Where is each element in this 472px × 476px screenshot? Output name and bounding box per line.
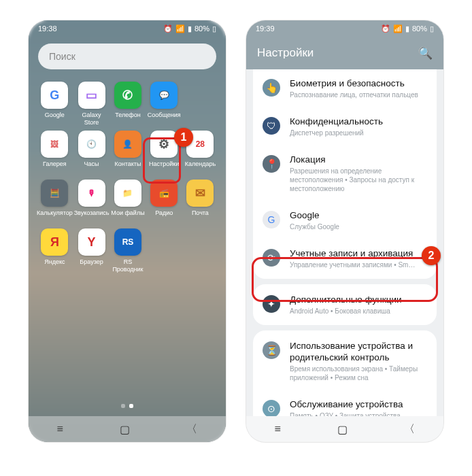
search-input[interactable]: Поиск: [38, 44, 216, 69]
app-grid: GGoogle▭Galaxy Store✆Телефон💬Сообщения🖼Г…: [37, 82, 218, 273]
settings-row[interactable]: 🛡КонфиденциальностьДиспетчер разрешений: [253, 107, 437, 146]
app-label: Яндекс: [44, 258, 65, 273]
app-label: Google: [45, 112, 65, 126]
status-battery: 80%: [412, 24, 427, 33]
row-icon: 🛡: [263, 117, 280, 135]
app-icon: RS: [114, 228, 141, 256]
row-subtitle: Распознавание лица, отпечатки пальцев: [290, 90, 427, 99]
nav-home-icon[interactable]: ▢: [120, 423, 130, 436]
app-label: Контакты: [115, 160, 141, 175]
settings-row[interactable]: GGoogleСлужбы Google: [253, 201, 437, 239]
app-мои-файлы[interactable]: 📁Мои файлы: [110, 180, 145, 224]
settings-group: ⏳Использование устройства и родительский…: [253, 330, 437, 416]
callout-badge-2: 2: [422, 246, 441, 265]
nav-back-icon[interactable]: 〈: [186, 422, 197, 437]
row-icon: ⏳: [263, 341, 280, 359]
row-icon: 📍: [263, 155, 280, 173]
row-subtitle: Android Auto • Боковая клавиша: [290, 307, 427, 316]
row-title: Локация: [290, 154, 427, 165]
row-subtitle: Память • ОЗУ • Защита устройства: [290, 411, 427, 416]
nav-recents-icon[interactable]: ≡: [275, 423, 281, 435]
status-bar: 19:39 ⏰ 📶 ▮ 80% ▯: [246, 20, 443, 37]
app-icon: 📻: [150, 180, 178, 207]
app-icon: 💬: [150, 82, 178, 109]
callout-badge-1: 1: [174, 128, 193, 147]
row-icon: 👆: [263, 79, 280, 97]
settings-group: 👆Биометрия и безопасностьРаспознавание л…: [253, 69, 437, 279]
app-icon: 👤: [114, 131, 141, 158]
nav-home-icon[interactable]: ▢: [337, 423, 348, 436]
app-icon: 🕙: [78, 131, 105, 158]
settings-row[interactable]: 📍ЛокацияРазрешения на определение местоп…: [253, 146, 437, 201]
app-звукозапись[interactable]: 🎙Звукозапись: [74, 180, 109, 224]
app-почта[interactable]: ✉Почта: [183, 180, 218, 224]
row-subtitle: Диспетчер разрешений: [290, 129, 427, 137]
phone-settings: 19:39 ⏰ 📶 ▮ 80% ▯ Настройки 🔍 👆Биометрия…: [246, 20, 443, 442]
status-battery: 80%: [195, 24, 209, 33]
app-label: Галерея: [43, 160, 67, 175]
wifi-icon: 📶: [393, 24, 403, 33]
nav-bar: ≡ ▢ 〈: [29, 416, 226, 442]
app-label: Радио: [155, 209, 173, 224]
app-google[interactable]: GGoogle: [37, 82, 73, 126]
app-label: Календарь: [185, 160, 216, 175]
app-icon: 🖼: [41, 131, 68, 158]
app-калькулятор[interactable]: 🧮Калькулятор: [37, 180, 73, 224]
row-subtitle: Время использования экрана • Таймеры при…: [290, 364, 427, 382]
settings-row[interactable]: ⏳Использование устройства и родительский…: [253, 332, 437, 390]
callout-box-2: [252, 257, 438, 302]
row-icon: ⊙: [263, 400, 280, 416]
app-галерея[interactable]: 🖼Галерея: [37, 131, 73, 175]
app-label: Мои файлы: [111, 209, 144, 224]
app-сообщения[interactable]: 💬Сообщения: [147, 82, 182, 126]
app-label: Почта: [192, 209, 209, 224]
app-icon: 🎙: [78, 180, 105, 207]
app-icon: ✉: [186, 180, 214, 207]
settings-header: Настройки 🔍: [246, 37, 443, 69]
app-часы[interactable]: 🕙Часы: [74, 131, 109, 175]
app-label: Звукозапись: [74, 209, 109, 224]
row-title: Биометрия и безопасность: [290, 78, 427, 89]
status-time: 19:39: [256, 24, 275, 33]
nav-recents-icon[interactable]: ≡: [57, 423, 63, 435]
app-label: Телефон: [115, 112, 140, 126]
row-subtitle: Службы Google: [290, 222, 427, 231]
row-title: Обслуживание устройства: [290, 398, 427, 410]
callout-box-1: [143, 137, 181, 184]
app-rs-проводник[interactable]: RSRS Проводник: [110, 228, 145, 273]
app-galaxy-store[interactable]: ▭Galaxy Store: [74, 82, 109, 126]
row-text: ЛокацияРазрешения на определение местопо…: [290, 154, 427, 193]
battery-icon: ▯: [212, 24, 216, 33]
settings-row[interactable]: ⊙Обслуживание устройстваПамять • ОЗУ • З…: [253, 390, 437, 416]
page-indicator[interactable]: [29, 404, 226, 408]
app-label: Калькулятор: [37, 209, 73, 224]
row-title: Конфиденциальность: [290, 116, 427, 127]
app-яндекс[interactable]: ЯЯндекс: [37, 228, 73, 273]
signal-icon: ▮: [188, 24, 192, 33]
search-icon[interactable]: 🔍: [418, 46, 433, 61]
nav-bar: ≡ ▢ 〈: [246, 416, 443, 442]
row-subtitle: Разрешения на определение местоположения…: [290, 167, 427, 193]
wifi-icon: 📶: [175, 24, 185, 33]
status-bar: 19:38 ⏰ 📶 ▮ 80% ▯: [29, 20, 226, 37]
app-icon: 📁: [114, 180, 141, 207]
settings-list[interactable]: 👆Биометрия и безопасностьРаспознавание л…: [246, 69, 443, 416]
row-icon: G: [263, 211, 280, 228]
app-радио[interactable]: 📻Радио: [147, 180, 182, 224]
app-icon: ✆: [114, 82, 141, 109]
row-text: КонфиденциальностьДиспетчер разрешений: [290, 116, 427, 137]
app-label: RS Проводник: [110, 258, 145, 273]
app-label: Galaxy Store: [74, 112, 109, 126]
app-контакты[interactable]: 👤Контакты: [110, 131, 145, 175]
status-time: 19:38: [38, 24, 57, 33]
row-text: Использование устройства и родительский …: [290, 340, 427, 382]
app-icon: G: [41, 82, 68, 109]
nav-back-icon[interactable]: 〈: [404, 422, 415, 437]
app-empty: [183, 82, 218, 126]
battery-icon: ▯: [430, 24, 434, 33]
app-браузер[interactable]: YБраузер: [74, 228, 109, 273]
row-text: GoogleСлужбы Google: [290, 209, 427, 231]
app-телефон[interactable]: ✆Телефон: [110, 82, 145, 126]
settings-row[interactable]: 👆Биометрия и безопасностьРаспознавание л…: [253, 69, 437, 107]
app-icon: Y: [78, 228, 105, 256]
